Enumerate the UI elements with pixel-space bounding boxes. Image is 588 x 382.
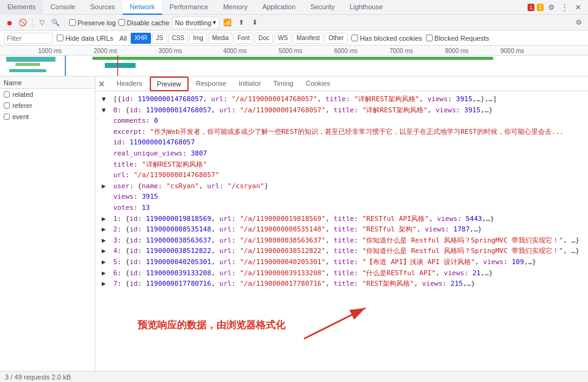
tab-timing[interactable]: Timing xyxy=(267,77,300,91)
preview-item6[interactable]: ▶ 6: {id: 1190000039133208, url: "/a/119… xyxy=(100,268,583,279)
waterfall-area[interactable] xyxy=(0,56,588,77)
filter-xhr[interactable]: XHR xyxy=(131,33,151,44)
filter-other[interactable]: Other xyxy=(325,33,348,44)
tab-security[interactable]: Security xyxy=(303,0,342,15)
tab-preview[interactable]: Preview xyxy=(150,77,189,91)
filter-ws[interactable]: WS xyxy=(274,33,292,44)
tab-lighthouse[interactable]: Lighthouse xyxy=(342,0,390,15)
preview-item2[interactable]: ▶ 2: {id: 1190000008535148, url: "/a/119… xyxy=(100,224,583,235)
blocked-requests-label[interactable]: Blocked Requests xyxy=(426,35,489,42)
expand-item3-arrow[interactable]: ▶ xyxy=(102,235,108,246)
preview-url: ▶ url: "/a/1190000014768057" xyxy=(100,170,583,181)
search-icon[interactable]: 🔍 xyxy=(50,17,61,28)
tab-sources[interactable]: Sources xyxy=(83,0,122,15)
tab-initiator[interactable]: Initiator xyxy=(232,77,267,91)
online-icon[interactable]: 📶 xyxy=(222,17,233,28)
download-icon[interactable]: ⬇ xyxy=(249,17,260,28)
event-checkbox[interactable] xyxy=(4,114,10,120)
waterfall-bar-2 xyxy=(15,63,40,66)
collapse-item0-arrow[interactable]: ▼ xyxy=(102,105,108,116)
preview-item5[interactable]: ▶ 5: {id: 1190000040205301, url: "/a/119… xyxy=(100,257,583,268)
preview-item7[interactable]: ▶ 7: {id: 1190000017780716, url: "/a/119… xyxy=(100,278,583,289)
status-bar: 3 / 49 requests 2.0 kB xyxy=(0,371,588,382)
list-item-referer[interactable]: referer xyxy=(0,100,95,111)
ruler-2000ms: 2000 ms xyxy=(92,46,117,56)
preview-item1[interactable]: ▶ 1: {id: 1190000019818569, url: "/a/119… xyxy=(100,214,583,225)
ruler-5000ms: 5000 ms xyxy=(277,46,302,56)
preserve-log-label[interactable]: Preserve log xyxy=(69,19,116,27)
expand-item7-arrow[interactable]: ▶ xyxy=(102,278,108,289)
has-blocked-cookies-checkbox[interactable] xyxy=(351,35,358,41)
preview-comments: ▶ comments: 0 xyxy=(100,115,583,127)
filter-input[interactable] xyxy=(4,33,53,44)
blocked-requests-checkbox[interactable] xyxy=(426,35,433,41)
upload-icon[interactable]: ⬆ xyxy=(235,17,247,28)
filter-manifest[interactable]: Manifest xyxy=(293,33,324,44)
hide-data-urls-checkbox[interactable] xyxy=(57,35,63,41)
detail-tabs: ✕ Headers Preview Response Initiator Tim… xyxy=(96,77,588,91)
preview-item4[interactable]: ▶ 4: {id: 1190000038512822, url: "/a/119… xyxy=(100,246,583,257)
filter-all[interactable]: All xyxy=(117,35,129,42)
expand-item1-arrow[interactable]: ▶ xyxy=(102,214,108,225)
preview-content[interactable]: ▼ [{id: 1190000014768057, url: "/a/11900… xyxy=(96,91,588,371)
tab-application[interactable]: Application xyxy=(255,0,303,15)
hide-data-urls-label[interactable]: Hide data URLs xyxy=(57,35,113,42)
annotation-arrow-svg xyxy=(304,305,378,342)
close-detail-button[interactable]: ✕ xyxy=(96,78,108,90)
tab-memory[interactable]: Memory xyxy=(216,0,255,15)
preview-views: ▶ views: 3915 xyxy=(100,191,583,202)
ruler-8000ms: 8000 ms xyxy=(444,46,468,56)
related-checkbox[interactable] xyxy=(4,91,10,98)
main-area: Name related referer event ✕ Headers Pre… xyxy=(0,77,588,371)
preserve-log-checkbox[interactable] xyxy=(69,19,76,26)
ruler-7000ms: 7000 ms xyxy=(388,46,413,56)
tab-console[interactable]: Console xyxy=(43,0,83,15)
disable-cache-label[interactable]: Disable cache xyxy=(118,19,169,27)
expand-item4-arrow[interactable]: ▶ xyxy=(102,246,108,257)
annotation-area: 预览响应的数据，由浏览器格式化 xyxy=(100,296,583,345)
filter-bar: Hide data URLs All XHR JS CSS Img Media … xyxy=(0,31,588,46)
expand-item2-arrow[interactable]: ▶ xyxy=(102,224,108,235)
preview-user[interactable]: ▶ user: {name: "csRyan", url: "/csryan"} xyxy=(100,181,583,192)
network-settings-icon[interactable]: ⚙ xyxy=(573,17,584,28)
preview-id: ▶ id: 1190000014768057 xyxy=(100,137,583,148)
more-options-icon[interactable]: ⋮ xyxy=(558,1,571,14)
filter-js[interactable]: JS xyxy=(152,33,167,44)
list-item-event[interactable]: event xyxy=(0,111,95,122)
request-list: Name related referer event xyxy=(0,77,96,371)
preview-excerpt: ▶ excerpt: "作为Web开发者，你可能或多或少了解一些REST的知识，… xyxy=(100,127,583,138)
event-label: event xyxy=(12,113,29,120)
tab-response[interactable]: Response xyxy=(190,77,233,91)
filter-icon[interactable]: ▽ xyxy=(36,17,47,28)
has-blocked-cookies-label[interactable]: Has blocked cookies xyxy=(351,35,422,42)
throttling-select[interactable]: No throttling ▾ xyxy=(172,17,219,29)
tab-cookies[interactable]: Cookies xyxy=(300,77,337,91)
filter-img[interactable]: Img xyxy=(189,33,207,44)
preview-real-unique-views: ▶ real_unique_views: 3807 xyxy=(100,148,583,159)
preview-item3[interactable]: ▶ 3: {id: 1190000038563637, url: "/a/119… xyxy=(100,235,583,246)
filter-css[interactable]: CSS xyxy=(168,33,189,44)
referer-checkbox[interactable] xyxy=(4,102,10,109)
tab-performance[interactable]: Performance xyxy=(162,0,216,15)
record-button[interactable]: ⏺ xyxy=(4,17,15,28)
collapse-root-arrow[interactable]: ▼ xyxy=(102,94,108,105)
filter-font[interactable]: Font xyxy=(234,33,253,44)
tab-network[interactable]: Network xyxy=(123,0,162,15)
filter-media[interactable]: Media xyxy=(208,33,232,44)
clear-button[interactable]: 🚫 xyxy=(17,17,28,28)
waterfall-bar-3 xyxy=(9,69,46,72)
list-item-related[interactable]: related xyxy=(0,89,95,100)
tab-headers[interactable]: Headers xyxy=(110,77,149,91)
timeline-marker-blue xyxy=(65,56,66,77)
expand-item5-arrow[interactable]: ▶ xyxy=(102,257,108,268)
filter-doc[interactable]: Doc xyxy=(255,33,273,44)
settings-icon[interactable]: ⚙ xyxy=(545,1,557,14)
preview-root-line[interactable]: ▼ [{id: 1190000014768057, url: "/a/11900… xyxy=(100,94,583,105)
collapse-user-arrow[interactable]: ▶ xyxy=(102,181,108,192)
preview-item0-summary[interactable]: ▼ 0: {id: 1190000014768057, url: "/a/119… xyxy=(100,105,583,116)
expand-item6-arrow[interactable]: ▶ xyxy=(102,268,108,279)
close-icon[interactable]: ✕ xyxy=(572,1,584,14)
tab-elements[interactable]: Elements xyxy=(0,0,43,15)
disable-cache-checkbox[interactable] xyxy=(118,19,125,26)
ruler-4000ms: 4000 ms xyxy=(222,46,247,56)
